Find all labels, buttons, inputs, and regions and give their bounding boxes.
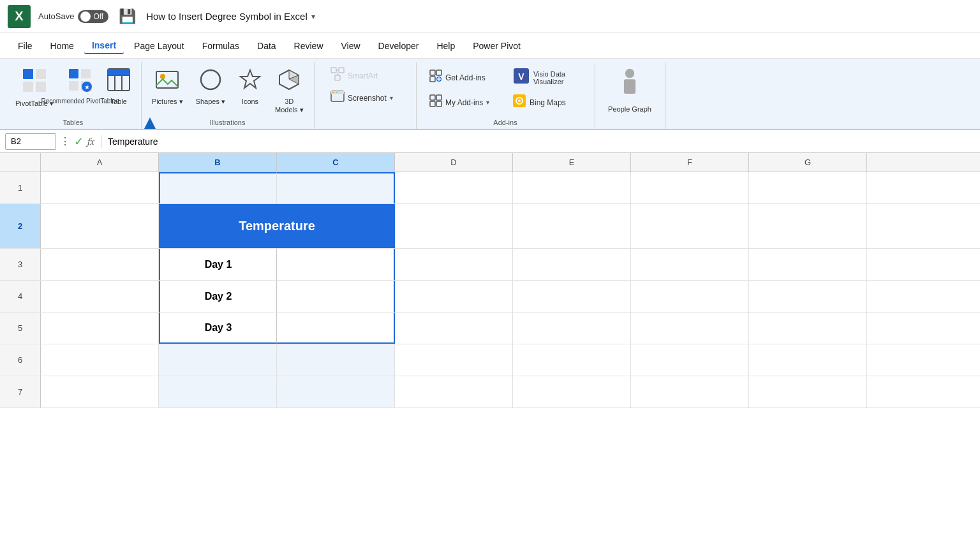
- checkmark-icon[interactable]: ✓: [74, 135, 84, 149]
- cell-g7[interactable]: [749, 376, 867, 408]
- cell-a1[interactable]: [41, 172, 159, 203]
- menu-help[interactable]: Help: [429, 38, 463, 54]
- cell-b4[interactable]: Day 2: [159, 281, 277, 312]
- cell-c4[interactable]: [277, 281, 395, 312]
- cell-c1[interactable]: [277, 172, 395, 203]
- row-num-3[interactable]: 3: [0, 249, 41, 280]
- cell-e3[interactable]: [513, 249, 631, 280]
- doc-title-caret[interactable]: ▾: [311, 12, 315, 21]
- my-addins-button[interactable]: My Add-ins ▾: [426, 92, 502, 113]
- cell-c3[interactable]: [277, 249, 395, 280]
- menu-developer[interactable]: Developer: [371, 38, 427, 54]
- col-header-b[interactable]: B: [159, 153, 277, 172]
- my-addins-label: My Add-ins: [445, 98, 483, 107]
- menu-review[interactable]: Review: [286, 38, 331, 54]
- col-header-a[interactable]: A: [41, 153, 159, 172]
- svg-rect-5: [81, 69, 91, 78]
- col-header-g[interactable]: G: [749, 153, 867, 172]
- visio-button[interactable]: V Visio Data Visualizer: [509, 65, 585, 90]
- table-button[interactable]: Table: [103, 65, 135, 108]
- cell-g5[interactable]: [749, 312, 867, 344]
- menu-page-layout[interactable]: Page Layout: [126, 38, 192, 54]
- cell-e4[interactable]: [513, 281, 631, 312]
- cell-d4[interactable]: [395, 281, 513, 312]
- cell-d2[interactable]: [395, 204, 513, 248]
- cell-e7[interactable]: [513, 376, 631, 408]
- menu-view[interactable]: View: [334, 38, 368, 54]
- cell-f7[interactable]: [631, 376, 749, 408]
- cell-a7[interactable]: [41, 376, 159, 408]
- cell-f5[interactable]: [631, 312, 749, 344]
- cell-a3[interactable]: [41, 249, 159, 280]
- screenshot-button[interactable]: Screenshot ▾: [327, 87, 403, 108]
- cell-e1[interactable]: [513, 172, 631, 203]
- cell-b7[interactable]: [159, 376, 277, 408]
- menu-home[interactable]: Home: [43, 38, 82, 54]
- cell-a5[interactable]: [41, 312, 159, 344]
- recommended-pivot-button[interactable]: ★ Recommended PivotTables: [63, 65, 98, 108]
- row-num-6[interactable]: 6: [0, 344, 41, 376]
- title-bar: X AutoSave Off 💾 How to Insert Degree Sy…: [0, 0, 980, 33]
- cell-b5[interactable]: Day 3: [159, 312, 277, 344]
- cell-f3[interactable]: [631, 249, 749, 280]
- cell-b1[interactable]: [159, 172, 277, 203]
- cell-b6[interactable]: [159, 344, 277, 376]
- get-addins-button[interactable]: Get Add-ins: [426, 65, 502, 90]
- pictures-button[interactable]: Pictures ▾: [148, 65, 187, 108]
- cell-a4[interactable]: [41, 281, 159, 312]
- cell-g6[interactable]: [749, 344, 867, 376]
- row-num-5[interactable]: 5: [0, 312, 41, 344]
- shapes-button[interactable]: Shapes ▾: [192, 65, 229, 108]
- cell-d1[interactable]: [395, 172, 513, 203]
- cell-a2[interactable]: [41, 204, 159, 248]
- menu-insert[interactable]: Insert: [84, 38, 124, 54]
- row-num-7[interactable]: 7: [0, 376, 41, 408]
- svg-point-19: [201, 70, 220, 89]
- formula-value[interactable]: Temperature: [108, 136, 975, 147]
- visio-label: Visio Data Visualizer: [533, 70, 565, 85]
- col-header-f[interactable]: F: [631, 153, 749, 172]
- cell-f1[interactable]: [631, 172, 749, 203]
- smartart-button[interactable]: SmartArt: [327, 65, 403, 86]
- row-num-1[interactable]: 1: [0, 172, 41, 203]
- cell-e5[interactable]: [513, 312, 631, 344]
- col-header-d[interactable]: D: [395, 153, 513, 172]
- cell-a6[interactable]: [41, 344, 159, 376]
- menu-file[interactable]: File: [10, 38, 40, 54]
- function-icon[interactable]: 𝑓𝑥: [87, 136, 94, 147]
- cell-d5[interactable]: [395, 312, 513, 344]
- save-icon[interactable]: 💾: [119, 8, 136, 25]
- cell-c7[interactable]: [277, 376, 395, 408]
- cell-f2[interactable]: [631, 204, 749, 248]
- cell-b2-merged[interactable]: Temperature: [159, 204, 395, 248]
- cell-reference-box[interactable]: B2: [5, 133, 56, 150]
- autosave-toggle[interactable]: Off: [78, 10, 108, 23]
- col-header-e[interactable]: E: [513, 153, 631, 172]
- cell-b3[interactable]: Day 1: [159, 249, 277, 280]
- cell-c5[interactable]: [277, 312, 395, 344]
- col-header-c[interactable]: C: [277, 153, 395, 172]
- icons-button[interactable]: Icons: [234, 65, 266, 108]
- cell-g3[interactable]: [749, 249, 867, 280]
- cell-e6[interactable]: [513, 344, 631, 376]
- 3d-models-button[interactable]: 3DModels ▾: [271, 65, 308, 117]
- svg-rect-26: [335, 75, 340, 80]
- cell-c6[interactable]: [277, 344, 395, 376]
- menu-formulas[interactable]: Formulas: [195, 38, 247, 54]
- cell-d7[interactable]: [395, 376, 513, 408]
- expand-icon[interactable]: ⋮: [60, 135, 70, 147]
- menu-data[interactable]: Data: [249, 38, 284, 54]
- bing-maps-button[interactable]: Bing Maps: [509, 92, 585, 113]
- cell-g4[interactable]: [749, 281, 867, 312]
- cell-f6[interactable]: [631, 344, 749, 376]
- people-graph-button[interactable]: People Graph: [604, 65, 655, 116]
- cell-e2[interactable]: [513, 204, 631, 248]
- cell-d6[interactable]: [395, 344, 513, 376]
- row-num-4[interactable]: 4: [0, 281, 41, 312]
- cell-g1[interactable]: [749, 172, 867, 203]
- cell-f4[interactable]: [631, 281, 749, 312]
- cell-d3[interactable]: [395, 249, 513, 280]
- cell-g2[interactable]: [749, 204, 867, 248]
- menu-power-pivot[interactable]: Power Pivot: [465, 38, 528, 54]
- row-num-2[interactable]: 2: [0, 204, 41, 248]
